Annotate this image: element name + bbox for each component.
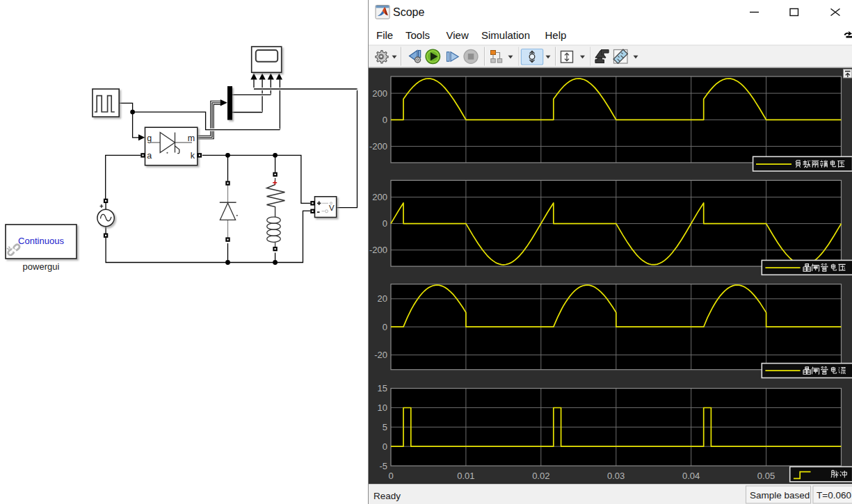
svg-text:-200: -200 xyxy=(369,245,387,255)
svg-text:0.03: 0.03 xyxy=(607,471,625,481)
svg-text:Sample based: Sample based xyxy=(750,490,810,501)
svg-text:0: 0 xyxy=(383,441,387,452)
svg-text:0.01: 0.01 xyxy=(457,471,474,481)
svg-text:0: 0 xyxy=(383,115,387,125)
svg-text:powergui: powergui xyxy=(23,261,60,272)
svg-text:View: View xyxy=(447,29,469,41)
svg-text:0: 0 xyxy=(383,218,387,229)
svg-text:m: m xyxy=(188,133,195,143)
svg-text:-200: -200 xyxy=(369,141,387,152)
svg-text:Help: Help xyxy=(545,29,567,41)
svg-text:Scope: Scope xyxy=(393,6,424,18)
svg-text:0.05: 0.05 xyxy=(757,471,775,481)
svg-text:0.02: 0.02 xyxy=(532,471,549,481)
svg-text:0.04: 0.04 xyxy=(682,471,700,481)
svg-text:g: g xyxy=(147,133,152,143)
svg-text:Ready: Ready xyxy=(373,491,401,501)
svg-text:20: 20 xyxy=(378,293,387,304)
svg-text:-5: -5 xyxy=(379,461,387,471)
svg-text:File: File xyxy=(376,29,393,41)
svg-text:Continuous: Continuous xyxy=(18,236,64,246)
svg-text:5: 5 xyxy=(383,422,387,432)
svg-text:-20: -20 xyxy=(374,350,387,360)
svg-text:Tools: Tools xyxy=(405,29,430,41)
svg-text:T=0.060: T=0.060 xyxy=(817,490,851,501)
svg-text:0: 0 xyxy=(383,322,387,332)
svg-text:V: V xyxy=(329,204,335,212)
svg-text:a: a xyxy=(147,151,152,161)
svg-text:200: 200 xyxy=(372,88,387,99)
svg-text:0: 0 xyxy=(388,471,393,481)
svg-text:Simulation: Simulation xyxy=(481,29,530,41)
svg-text:200: 200 xyxy=(372,192,387,202)
svg-text:10: 10 xyxy=(378,403,387,413)
svg-text:15: 15 xyxy=(378,383,387,393)
svg-text:k: k xyxy=(191,151,195,161)
